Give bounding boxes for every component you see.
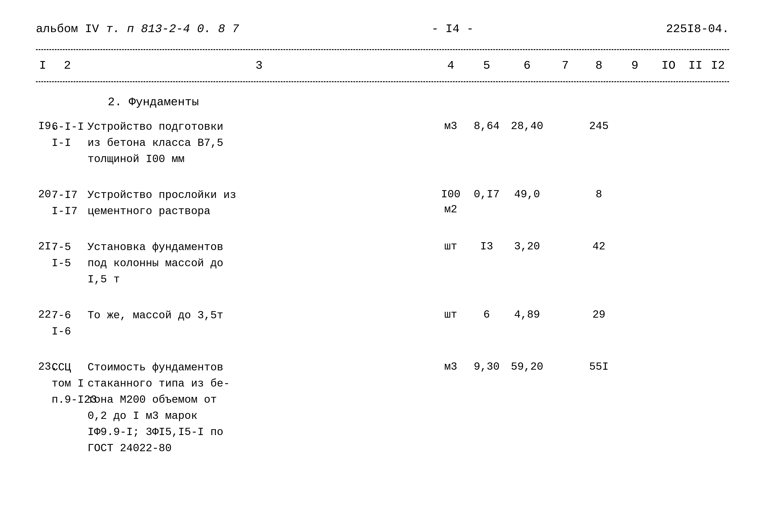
header-album-num: IV: [85, 22, 99, 36]
col-3-header: 3: [85, 59, 433, 72]
col-2-header: 2: [49, 59, 85, 72]
row-22-col5: 6: [469, 306, 504, 323]
row-20-ref: 7-I7 I-I7: [49, 186, 85, 220]
row-20-col4: I00 м2: [433, 186, 469, 218]
table-row: 2I. 7-5 I-5 Установка фундаментов под ко…: [36, 238, 729, 288]
row-22-col4: шт: [433, 306, 469, 323]
col-4-header: 4: [433, 59, 469, 72]
row-23-col8: 55I: [581, 358, 617, 375]
section-title: 2. Фундаменты: [108, 96, 729, 109]
row-20-col11: [684, 186, 707, 188]
row-22-col9: [617, 306, 653, 308]
row-21-col8: 42: [581, 238, 617, 255]
row-22-col12: [707, 306, 729, 308]
row-20-desc: Устройство прослойки из цементного раств…: [85, 186, 433, 220]
row-19-col5: 8,64: [469, 118, 504, 135]
row-22-col8: 29: [581, 306, 617, 323]
row-21-col5: I3: [469, 238, 504, 255]
table-row: 22. 7-6 I-6 То же, массой до 3,5т шт 6 4…: [36, 306, 729, 340]
top-dashed-line: [36, 49, 729, 50]
row-20-col12: [707, 186, 729, 188]
col-12-header: I2: [707, 59, 729, 72]
row-19-desc: Устройство подготовки из бетона класса В…: [85, 118, 433, 168]
header-row: альбом IV т. п 813-2-4 0. 8 7 - I4 - 225…: [36, 22, 729, 36]
row-23-num: 23.: [36, 358, 49, 375]
table-row: 20. 7-I7 I-I7 Устройство прослойки из це…: [36, 186, 729, 220]
row-21-col6: 3,20: [504, 238, 549, 255]
row-21-col4: шт: [433, 238, 469, 255]
row-20-col5: 0,I7: [469, 186, 504, 203]
row-20-col6: 49,0: [504, 186, 549, 203]
table-row: 23. ССЦ том I п.9-I23 Стоимость фундамен…: [36, 358, 729, 457]
row-22-ref: 7-6 I-6: [49, 306, 85, 340]
row-23-col12: [707, 358, 729, 360]
row-23-col6: 59,20: [504, 358, 549, 375]
row-19-ref: 6-I-I I-I: [49, 118, 85, 152]
row-20-col10: [653, 186, 684, 188]
row-21-col7: [549, 238, 581, 240]
row-19-col4: м3: [433, 118, 469, 135]
data-table: I9. 6-I-I I-I Устройство подготовки из б…: [36, 118, 729, 457]
header-album-label: альбом: [36, 22, 78, 36]
row-19-col11: [684, 118, 707, 120]
table-row: I9. 6-I-I I-I Устройство подготовки из б…: [36, 118, 729, 168]
row-19-col7: [549, 118, 581, 120]
row-23-col11: [684, 358, 707, 360]
row-20-num: 20.: [36, 186, 49, 203]
row-20-col9: [617, 186, 653, 188]
row-20-col8: 8: [581, 186, 617, 203]
row-21-desc: Установка фундаментов под колонны массой…: [85, 238, 433, 288]
row-22-num: 22.: [36, 306, 49, 323]
row-21-num: 2I.: [36, 238, 49, 255]
row-22-col6: 4,89: [504, 306, 549, 323]
col-9-header: 9: [617, 59, 653, 72]
row-19-num: I9.: [36, 118, 49, 135]
row-22-col10: [653, 306, 684, 308]
row-23-desc: Стоимость фундаментов стаканного типа из…: [85, 358, 433, 457]
row-21-col9: [617, 238, 653, 240]
row-20-col7: [549, 186, 581, 188]
header-right: 225I8-04.: [666, 22, 729, 36]
column-headers: I 2 3 4 5 6 7 8 9 IO II I2: [36, 55, 729, 77]
header-left: альбом IV т. п 813-2-4 0. 8 7: [36, 22, 239, 36]
col-6-header: 6: [504, 59, 549, 72]
bottom-header-dashed-line: [36, 81, 729, 82]
page-container: альбом IV т. п 813-2-4 0. 8 7 - I4 - 225…: [0, 0, 765, 532]
row-19-col9: [617, 118, 653, 120]
row-19-col12: [707, 118, 729, 120]
col-8-header: 8: [581, 59, 617, 72]
row-23-col10: [653, 358, 684, 360]
row-21-ref: 7-5 I-5: [49, 238, 85, 272]
row-23-col7: [549, 358, 581, 360]
col-11-header: II: [684, 59, 707, 72]
row-21-col12: [707, 238, 729, 240]
header-center: - I4 -: [431, 22, 473, 36]
row-19-col6: 28,40: [504, 118, 549, 135]
col-10-header: IO: [653, 59, 684, 72]
row-23-col4: м3: [433, 358, 469, 375]
row-19-col10: [653, 118, 684, 120]
row-22-desc: То же, массой до 3,5т: [85, 306, 433, 324]
col-1-header: I: [36, 59, 49, 72]
row-21-col11: [684, 238, 707, 240]
row-23-col5: 9,30: [469, 358, 504, 375]
col-7-header: 7: [549, 59, 581, 72]
col-5-header: 5: [469, 59, 504, 72]
row-23-ref: ССЦ том I п.9-I23: [49, 358, 85, 409]
row-22-col7: [549, 306, 581, 308]
row-23-col9: [617, 358, 653, 360]
row-22-col11: [684, 306, 707, 308]
row-21-col10: [653, 238, 684, 240]
row-19-col8: 245: [581, 118, 617, 135]
header-album-code: т. п 813-2-4 0. 8 7: [106, 22, 239, 36]
